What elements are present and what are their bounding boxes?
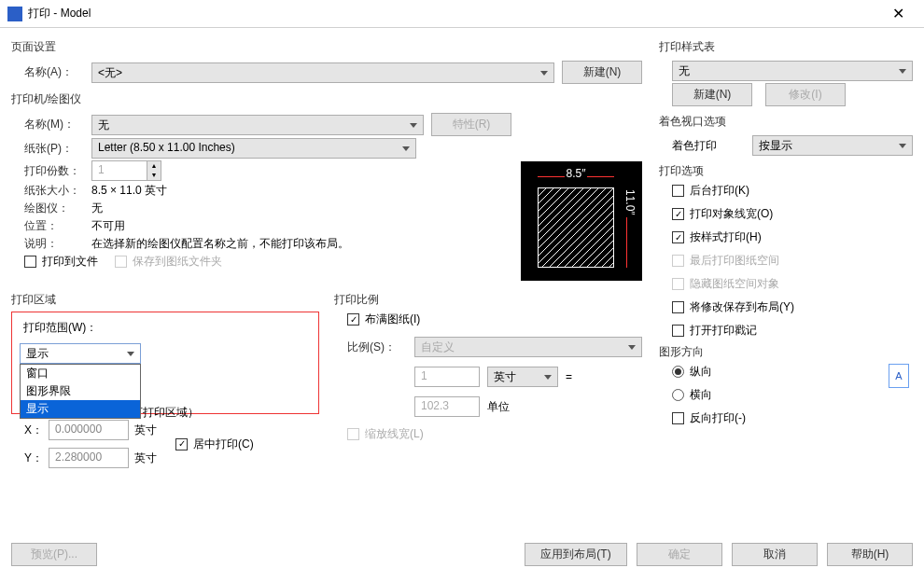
svg-rect-0 (539, 188, 613, 267)
range-option-extents[interactable]: 图形界限 (21, 382, 140, 400)
offset-x-unit: 英寸 (134, 423, 157, 438)
plotter-value: 无 (91, 201, 103, 216)
location-label: 位置： (24, 218, 84, 234)
ratio-label: 比例(S)： (347, 340, 407, 355)
option-checkbox-2[interactable]: ✓按样式打印(H) (672, 229, 913, 245)
plotter-label: 绘图仪： (24, 201, 84, 216)
close-button[interactable]: ✕ (879, 5, 917, 22)
page-name-select[interactable]: <无> (91, 62, 554, 83)
range-dropdown-list: 窗口 图形界限 显示 (20, 364, 141, 419)
paper-select[interactable]: Letter (8.50 x 11.00 Inches) (91, 138, 416, 159)
range-label: 打印范围(W)： (23, 320, 311, 336)
offset-y-input[interactable]: 2.280000 (49, 448, 129, 468)
page-new-button[interactable]: 新建(N) (562, 61, 642, 84)
printer-name-label: 名称(M)： (24, 117, 84, 132)
preview-button: 预览(P)... (11, 543, 97, 566)
paper-preview: 8.5″ 11.0″ (521, 161, 642, 281)
shade-select[interactable]: 按显示 (752, 135, 913, 156)
fit-paper-checkbox[interactable]: ✓布满图纸(I) (347, 312, 642, 327)
scale-heading: 打印比例 (334, 290, 642, 312)
copies-spinner[interactable]: 1 ▲▼ (91, 160, 161, 181)
orientation-heading: 图形方向 (659, 342, 913, 364)
styles-heading: 打印样式表 (659, 37, 913, 59)
options-section: 打印选项 后台打印(K)✓打印对象线宽(O)✓按样式打印(H)最后打印图纸空间隐… (659, 161, 913, 339)
shade-label: 着色打印 (672, 138, 717, 154)
styles-section: 打印样式表 无 新建(N) 修改(I) (659, 37, 913, 108)
button-bar: 预览(P)... 应用到布局(T) 确定 取消 帮助(H) (0, 535, 924, 573)
equals-sign: = (566, 370, 572, 383)
offset-x-input[interactable]: 0.000000 (49, 420, 129, 440)
copies-label: 打印份数： (24, 163, 84, 179)
ratio-select[interactable]: 自定义 (414, 337, 642, 357)
reverse-checkbox[interactable]: 反向打印(-) (672, 410, 746, 426)
offset-y-unit: 英寸 (134, 450, 157, 466)
cancel-button[interactable]: 取消 (732, 543, 818, 566)
options-heading: 打印选项 (659, 161, 913, 183)
page-setup-heading: 页面设置 (11, 37, 642, 59)
range-option-display[interactable]: 显示 (21, 400, 140, 418)
spin-down-icon[interactable]: ▼ (147, 171, 161, 180)
range-option-window[interactable]: 窗口 (21, 365, 140, 382)
ok-button: 确定 (637, 543, 722, 566)
landscape-radio[interactable]: 横向 (672, 387, 746, 403)
printer-name-select[interactable]: 无 (91, 115, 424, 135)
printer-props-button: 特性(R) (431, 113, 511, 136)
scale-den-input[interactable]: 102.3 (414, 396, 480, 417)
location-value: 不可用 (91, 218, 125, 234)
viewport-section: 着色视口选项 着色打印 按显示 (659, 112, 913, 158)
printer-heading: 打印机/绘图仪 (11, 90, 642, 111)
desc-label: 说明： (24, 236, 84, 252)
offset-x-label: X： (24, 423, 43, 438)
desc-value: 在选择新的绘图仪配置名称之前，不能打印该布局。 (91, 236, 349, 252)
paper-orientation-icon: A (889, 364, 909, 388)
help-button[interactable]: 帮助(H) (827, 543, 913, 566)
portrait-radio[interactable]: 纵向 (672, 364, 746, 380)
range-select[interactable]: 显示 窗口 图形界限 显示 (20, 343, 141, 364)
scale-den-unit: 单位 (487, 399, 558, 415)
styles-select[interactable]: 无 (672, 61, 913, 81)
styles-new-button[interactable]: 新建(N) (672, 83, 752, 106)
viewport-heading: 着色视口选项 (659, 112, 913, 133)
scale-lineweight-checkbox[interactable]: 缩放线宽(L) (347, 426, 642, 442)
option-checkbox-0[interactable]: 后台打印(K) (672, 183, 913, 199)
paper-size-value: 8.5 × 11.0 英寸 (91, 183, 167, 199)
option-checkbox-3: 最后打印图纸空间 (672, 253, 913, 269)
option-checkbox-6[interactable]: 打开打印戳记 (672, 323, 913, 339)
area-redbox: 打印范围(W)： 显示 窗口 图形界限 显示 打印偏移（原点设置在可打印区域） (11, 312, 319, 414)
center-print-checkbox[interactable]: ✓居中打印(C) (175, 436, 254, 452)
paper-label: 纸张(P)： (24, 141, 84, 157)
spin-up-icon[interactable]: ▲ (147, 161, 161, 171)
save-to-folder-checkbox[interactable]: 保存到图纸文件夹 (115, 254, 222, 270)
window-title: 打印 - Model (28, 6, 879, 21)
apply-button[interactable]: 应用到布局(T) (525, 543, 627, 566)
scale-num-input[interactable]: 1 (414, 367, 480, 387)
title-bar: 打印 - Model ✕ (0, 0, 924, 28)
option-checkbox-1[interactable]: ✓打印对象线宽(O) (672, 206, 913, 222)
offset-y-label: Y： (24, 450, 43, 466)
hatch-icon (539, 188, 613, 267)
app-icon (7, 7, 22, 21)
scale-unit-select[interactable]: 英寸 (487, 367, 558, 387)
printer-section: 打印机/绘图仪 名称(M)： 无 特性(R) 纸张(P)： Letter (8.… (11, 90, 642, 281)
page-setup-section: 页面设置 名称(A)： <无> 新建(N) (11, 37, 642, 86)
option-checkbox-4: 隐藏图纸空间对象 (672, 276, 913, 292)
print-to-file-checkbox[interactable]: 打印到文件 (24, 254, 98, 270)
page-name-label: 名称(A)： (24, 64, 84, 80)
orientation-section: 图形方向 纵向 横向 反向打印(-) A (659, 342, 913, 426)
area-heading: 打印区域 (11, 290, 319, 312)
paper-size-label: 纸张大小： (24, 183, 84, 199)
option-checkbox-5[interactable]: 将修改保存到布局(Y) (672, 299, 913, 315)
styles-edit-button: 修改(I) (765, 83, 846, 106)
